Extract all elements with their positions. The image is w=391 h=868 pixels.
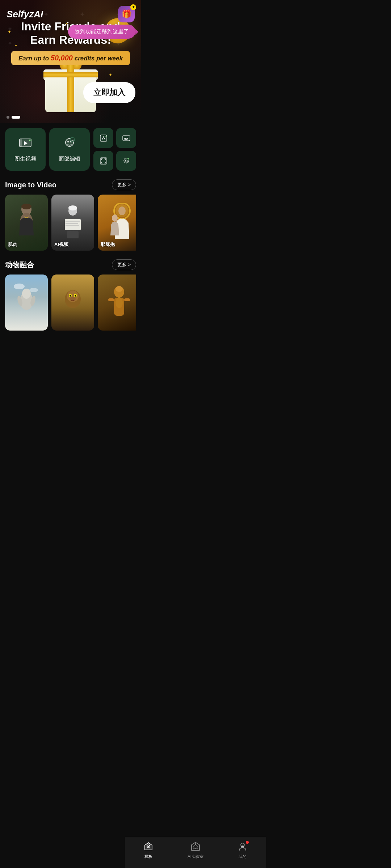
qa-expand[interactable] xyxy=(93,151,113,171)
qa-face-edit-label: 面部编辑 xyxy=(59,156,80,162)
gift-ribbon-horizontal xyxy=(43,69,98,80)
svg-point-5 xyxy=(67,141,69,142)
dot-2 xyxy=(12,116,20,119)
star-deco-3: ✦ xyxy=(109,72,112,77)
subtitle-highlight: 50,000 xyxy=(51,54,73,62)
more-btn-af[interactable]: 更多 > xyxy=(112,259,136,270)
qa-small-grid: AI HD + xyxy=(93,128,136,171)
app-logo: SelfyzAI xyxy=(7,9,43,20)
svg-point-20 xyxy=(21,204,31,209)
header: SelfyzAI 🎁 xyxy=(0,0,141,26)
svg-text:+: + xyxy=(127,136,129,138)
banner-subtitle: Earn up to 50,000 credits per week xyxy=(11,51,130,65)
card-animal3[interactable] xyxy=(98,275,136,331)
svg-point-23 xyxy=(68,205,77,210)
svg-text:AI: AI xyxy=(105,135,108,137)
quick-actions: AI 图生视频 AI 面部编辑 xyxy=(0,123,141,176)
card-animal2[interactable] xyxy=(51,275,94,331)
qa-upscale[interactable]: AI xyxy=(93,128,113,148)
card-muscle-label: 肌肉 xyxy=(8,241,17,248)
svg-point-34 xyxy=(29,288,38,292)
join-button[interactable]: 立即加入 xyxy=(83,82,135,103)
qa-hd[interactable]: HD + xyxy=(116,128,136,148)
svg-point-51 xyxy=(115,297,123,308)
subtitle-suffix: credits per week xyxy=(73,55,123,62)
svg-point-16 xyxy=(125,159,126,160)
section-header-itv: Image to Video 更多 > xyxy=(5,179,136,190)
svg-rect-28 xyxy=(67,231,79,238)
svg-point-31 xyxy=(118,207,126,215)
animal-fusion-scroll xyxy=(5,275,136,332)
card-animal1-bg xyxy=(5,275,48,331)
svg-rect-49 xyxy=(108,298,114,301)
qa-img-to-video[interactable]: AI 图生视频 xyxy=(5,128,46,171)
svg-point-44 xyxy=(75,295,76,297)
svg-point-32 xyxy=(112,214,118,222)
qa-img-to-video-icon: AI xyxy=(19,137,32,153)
section-title-itv: Image to Video xyxy=(5,181,56,189)
svg-point-36 xyxy=(22,289,31,299)
qa-face-swap[interactable] xyxy=(116,151,136,171)
qa-face-edit[interactable]: AI 面部编辑 xyxy=(49,128,90,171)
more-btn-itv[interactable]: 更多 > xyxy=(112,179,136,190)
subtitle-prefix: Earn up to xyxy=(18,55,51,62)
gift-button[interactable]: 🎁 xyxy=(118,6,135,22)
card-animal2-bg xyxy=(51,275,94,331)
qa-face-edit-icon: AI xyxy=(63,137,76,153)
dot-1 xyxy=(7,116,9,119)
svg-point-47 xyxy=(115,286,123,292)
card-muscle[interactable]: 肌肉 xyxy=(5,195,48,251)
section-header-af: 动物融合 更多 > xyxy=(5,259,136,270)
card-ai-video-label: AI视频 xyxy=(54,241,68,248)
svg-text:AI: AI xyxy=(29,139,31,141)
section-title-af: 动物融合 xyxy=(5,260,34,270)
qa-img-to-video-label: 图生视频 xyxy=(14,156,36,162)
card-animal3-bg xyxy=(98,275,136,331)
image-to-video-scroll: 肌肉 xyxy=(5,195,136,252)
card-jesus-label: 耶稣抱 xyxy=(101,241,115,248)
svg-text:AI: AI xyxy=(71,139,73,141)
image-to-video-section: Image to Video 更多 > xyxy=(0,179,141,252)
banner-dots xyxy=(7,116,20,119)
tooltip-bubble: 签到功能迁移到这里了 xyxy=(68,25,135,39)
card-animal1[interactable] xyxy=(5,275,48,331)
svg-point-33 xyxy=(14,284,25,289)
svg-point-43 xyxy=(70,295,71,297)
svg-rect-1 xyxy=(20,139,22,147)
card-jesus[interactable]: 耶稣抱 xyxy=(98,195,136,251)
animal-fusion-section: 动物融合 更多 > xyxy=(0,259,141,332)
svg-rect-24 xyxy=(65,219,81,230)
svg-rect-50 xyxy=(124,298,130,301)
card-ai-video[interactable]: AI视频 xyxy=(51,195,94,251)
